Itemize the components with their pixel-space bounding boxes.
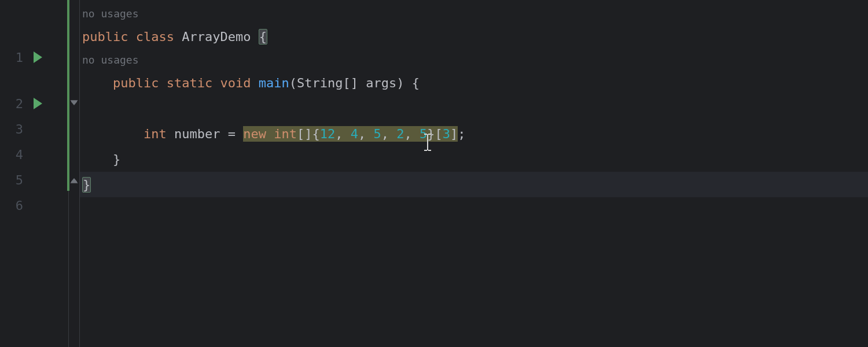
- inlay-hint-class-usages[interactable]: no usages: [80, 3, 868, 24]
- fold-gutter: [68, 0, 80, 347]
- open-paren: (: [289, 76, 297, 90]
- line-number[interactable]: 5: [0, 173, 23, 187]
- line-number[interactable]: 2: [0, 97, 23, 111]
- keyword-public: public: [82, 29, 128, 44]
- gutter-line-5: 5: [0, 167, 68, 193]
- gutter-line-1: 1: [0, 45, 68, 70]
- line-number[interactable]: 4: [0, 147, 23, 162]
- fold-collapse-icon[interactable]: [70, 176, 78, 184]
- keyword-class: class: [136, 29, 174, 44]
- variable-name: number: [174, 127, 220, 141]
- code-editor[interactable]: no usages public class ArrayDemo { no us…: [80, 0, 868, 347]
- code-line-active[interactable]: }: [80, 172, 868, 197]
- keyword-public: public: [113, 76, 159, 90]
- line-number[interactable]: 3: [0, 122, 23, 136]
- run-icon[interactable]: [34, 98, 42, 109]
- open-brace: {: [259, 29, 267, 45]
- inlay-hint-method-usages[interactable]: no usages: [80, 49, 868, 70]
- gutter-line-3: 3: [0, 116, 68, 142]
- param-type: String: [297, 76, 343, 90]
- gutter-line-2: 2: [0, 91, 68, 116]
- gutter-line-4: 4: [0, 142, 68, 167]
- code-line[interactable]: int number = new int[]{12, 4, 5, 2, 5}[3…: [80, 121, 868, 146]
- keyword-void: void: [220, 76, 251, 90]
- line-number[interactable]: 1: [0, 50, 23, 65]
- code-line[interactable]: public static void main(String[] args) {: [80, 70, 868, 95]
- param-name: args: [366, 76, 396, 90]
- line-number-gutter: 1 2 3 4 5 6: [0, 0, 68, 347]
- code-line[interactable]: [80, 95, 868, 121]
- gutter-line-6: 6: [0, 193, 68, 218]
- selection-highlight: new int[]{12, 4, 5, 2, 5}[3]: [243, 126, 458, 142]
- close-paren: ): [396, 76, 404, 90]
- fold-collapse-icon[interactable]: [70, 99, 78, 108]
- method-name: main: [259, 76, 289, 90]
- code-line[interactable]: }: [80, 146, 868, 172]
- keyword-static: static: [167, 76, 212, 90]
- hint-gutter-slot: [0, 70, 68, 91]
- line-number[interactable]: 6: [0, 198, 23, 213]
- close-brace: }: [82, 177, 91, 193]
- keyword-int: int: [144, 127, 167, 141]
- class-name: ArrayDemo: [182, 29, 251, 44]
- close-brace: }: [113, 152, 120, 167]
- open-brace: {: [412, 76, 420, 90]
- hint-gutter-slot: [0, 24, 68, 45]
- run-icon[interactable]: [34, 51, 42, 63]
- code-line[interactable]: public class ArrayDemo {: [80, 24, 868, 49]
